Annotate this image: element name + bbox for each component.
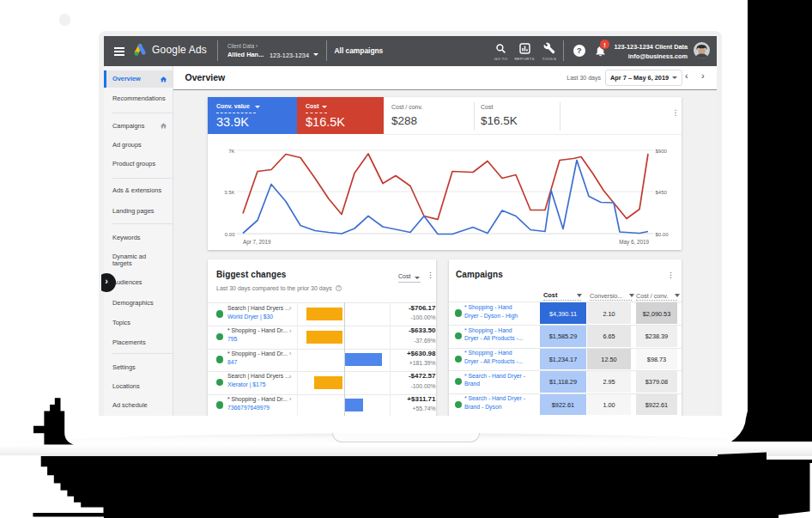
svg-text:3.5K: 3.5K <box>224 189 234 194</box>
svg-text:May 6, 2019: May 6, 2019 <box>619 239 649 246</box>
svg-text:$900: $900 <box>656 148 668 153</box>
svg-text:$450: $450 <box>656 189 668 194</box>
svg-text:0.00: 0.00 <box>225 231 235 236</box>
svg-text:7K: 7K <box>228 148 234 153</box>
svg-text:$0.00: $0.00 <box>656 231 670 236</box>
svg-text:Apr 7, 2019: Apr 7, 2019 <box>243 239 271 246</box>
